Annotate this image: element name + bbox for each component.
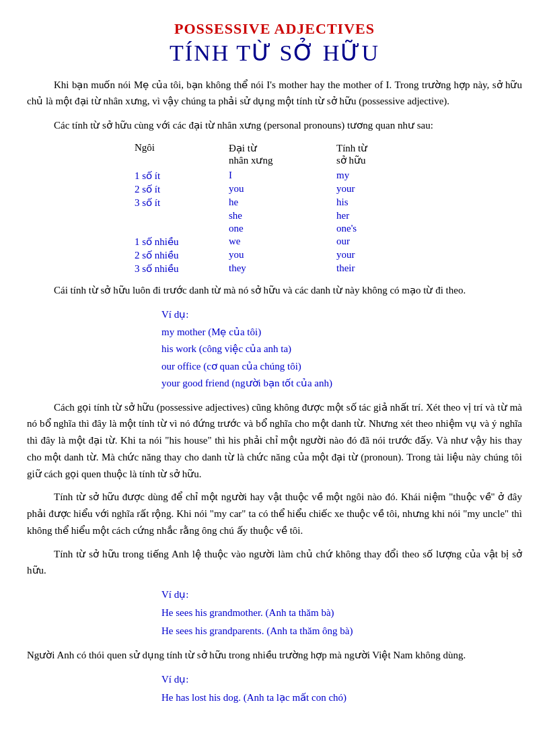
table-cell-tinhtu: my xyxy=(336,169,417,182)
page-title-vn: TÍNH TỪ SỞ HỮU xyxy=(27,39,522,66)
header-tinhtusohuu: Tính từsở hữu xyxy=(336,141,417,169)
list-item: his work (công việc của anh ta) xyxy=(161,341,522,358)
table-row: 1 số ítImy xyxy=(135,169,417,182)
table-cell-ngoi: 1 số nhiều xyxy=(135,235,229,248)
table-cell-tinhtu: his xyxy=(336,196,417,209)
para-daitinh: Cái tính từ sở hữu luôn đi trước danh từ… xyxy=(27,282,522,298)
intro-para2: Các tính từ sở hữu cùng với các đại từ n… xyxy=(27,117,522,133)
table-cell-ngoi: 2 số nhiều xyxy=(135,248,229,262)
para-nguoianh: Người Anh có thói quen sử dụng tính từ s… xyxy=(27,647,522,664)
table-row: 2 số ítyouyour xyxy=(135,182,417,196)
table-cell-daitu: she xyxy=(229,209,336,222)
table-cell-ngoi xyxy=(135,222,229,235)
para-tinhtusohuu2: Tính từ sở hữu trong tiếng Anh lệ thuộc … xyxy=(27,546,522,580)
table-cell-tinhtu: their xyxy=(336,262,417,275)
list-item: He sees his grandmother. (Anh ta thăm bà… xyxy=(161,604,522,622)
list-item: our office (cơ quan của chúng tôi) xyxy=(161,358,522,376)
list-item: He has lost his dog. (Anh ta lạc mất con… xyxy=(161,689,522,707)
table-cell-daitu: he xyxy=(229,196,336,209)
list-item: my mother (Mẹ của tôi) xyxy=(161,324,522,341)
pronoun-table-section: Ngôi Đại từnhân xưng Tính từsở hữu 1 số … xyxy=(135,141,522,275)
table-cell-ngoi xyxy=(135,209,229,222)
example-block-1: Ví dụ: my mother (Mẹ của tôi)his work (c… xyxy=(161,306,522,392)
vidu3-label: Ví dụ: xyxy=(161,671,522,689)
table-cell-ngoi: 3 số ít xyxy=(135,196,229,209)
table-cell-daitu: they xyxy=(229,262,336,275)
table-row: oneone's xyxy=(135,222,417,235)
table-cell-daitu: you xyxy=(229,182,336,196)
example-block-2: Ví dụ: He sees his grandmother. (Anh ta … xyxy=(161,586,522,640)
intro-para1: Khi bạn muốn nói Mẹ của tôi, bạn không t… xyxy=(27,77,522,109)
table-cell-tinhtu: our xyxy=(336,235,417,248)
table-cell-daitu: we xyxy=(229,235,336,248)
table-cell-daitu: you xyxy=(229,248,336,262)
vidu2-label: Ví dụ: xyxy=(161,586,522,604)
table-cell-ngoi: 3 số nhiều xyxy=(135,262,229,275)
list-item: He sees his grandparents. (Anh ta thăm ô… xyxy=(161,622,522,640)
vidu1-label: Ví dụ: xyxy=(161,306,522,324)
header-daitunhanxung: Đại từnhân xưng xyxy=(229,141,336,169)
table-cell-ngoi: 2 số ít xyxy=(135,182,229,196)
table-row: 3 số íthehis xyxy=(135,196,417,209)
para-cachgoi: Cách gọi tính từ sở hữu (possessive adje… xyxy=(27,399,522,483)
table-cell-tinhtu: your xyxy=(336,248,417,262)
table-row: 1 số nhiềuweour xyxy=(135,235,417,248)
table-cell-ngoi: 1 số ít xyxy=(135,169,229,182)
list-item: your good friend (người bạn tốt của anh) xyxy=(161,375,522,392)
table-cell-tinhtu: your xyxy=(336,182,417,196)
header-ngoi: Ngôi xyxy=(135,141,229,169)
table-cell-daitu: one xyxy=(229,222,336,235)
table-cell-tinhtu: one's xyxy=(336,222,417,235)
table-row: sheher xyxy=(135,209,417,222)
table-cell-daitu: I xyxy=(229,169,336,182)
example-block-3: Ví dụ: He has lost his dog. (Anh ta lạc … xyxy=(161,671,522,707)
table-cell-tinhtu: her xyxy=(336,209,417,222)
page-title-en: POSSESSIVE ADJECTIVES xyxy=(27,20,522,38)
table-row: 2 số nhiềuyouyour xyxy=(135,248,417,262)
table-row: 3 số nhiềutheytheir xyxy=(135,262,417,275)
para-tinhtusohuu1: Tính từ sở hữu được dùng để chỉ một ngườ… xyxy=(27,489,522,539)
